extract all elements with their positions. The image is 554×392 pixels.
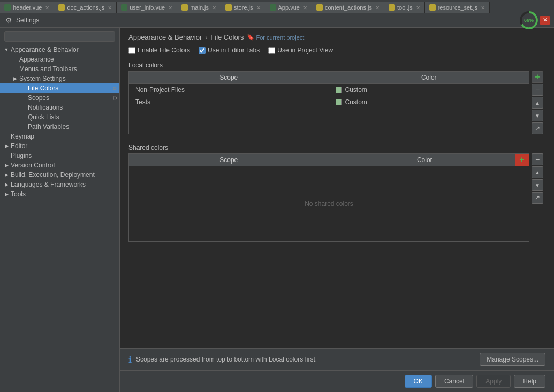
- scope-cell: Non-Project Files: [129, 84, 329, 96]
- sidebar-item-languages[interactable]: ▶ Languages & Frameworks: [0, 180, 119, 189]
- manage-scopes-button[interactable]: Manage Scopes...: [480, 353, 545, 366]
- sidebar-item-path-variables[interactable]: Path Variables: [0, 122, 119, 132]
- use-in-project-view-input[interactable]: [268, 47, 275, 54]
- bottom-buttons: OK Cancel Apply Help: [120, 370, 554, 392]
- js-icon: [225, 4, 232, 11]
- tab-close[interactable]: ✕: [256, 5, 261, 11]
- content-area: Appearance & Behavior › File Colors 🔖 Fo…: [120, 28, 554, 392]
- tab-close[interactable]: ✕: [303, 5, 307, 11]
- tab-user-info[interactable]: user_info.vue ✕: [117, 2, 177, 13]
- table-row[interactable]: Non-Project Files Custom: [129, 84, 529, 96]
- table-row[interactable]: Tests Custom: [129, 96, 529, 108]
- expand-arrow: ▶: [2, 191, 11, 197]
- shared-colors-label: Shared colors: [120, 141, 554, 153]
- sidebar-item-menus-toolbars[interactable]: Menus and Toolbars: [0, 64, 119, 74]
- scroll-area: Appearance & Behavior › File Colors 🔖 Fo…: [120, 28, 554, 370]
- help-button[interactable]: Help: [514, 375, 545, 388]
- sidebar-item-tools[interactable]: ▶ Tools: [0, 189, 119, 199]
- sidebar-item-notifications[interactable]: Notifications: [0, 103, 119, 112]
- sidebar-item-plugins[interactable]: Plugins: [0, 151, 119, 160]
- sidebar-item-quick-lists[interactable]: Quick Lists: [0, 112, 119, 122]
- tab-store-js[interactable]: store.js ✕: [221, 2, 265, 13]
- sidebar-item-version-control[interactable]: ▶ Version Control: [0, 160, 119, 170]
- color-header: Color: [329, 154, 529, 166]
- local-share-button[interactable]: ↗: [532, 122, 543, 134]
- tab-main-js[interactable]: main.js ✕: [177, 2, 221, 13]
- use-in-editor-tabs-input[interactable]: [199, 47, 206, 54]
- tab-label: store.js: [234, 4, 253, 11]
- sidebar-item-file-colors[interactable]: File Colors ⚙: [0, 83, 119, 93]
- shared-share-button[interactable]: ↗: [532, 192, 543, 204]
- ok-button[interactable]: OK: [405, 375, 432, 388]
- tab-app-vue[interactable]: App.vue ✕: [265, 2, 312, 13]
- sidebar-item-system-settings[interactable]: ▶ System Settings: [0, 74, 119, 83]
- sidebar-item-appearance[interactable]: Appearance: [0, 55, 119, 64]
- collapse-arrow: ▼: [2, 47, 11, 52]
- expand-arrow: ▶: [11, 76, 19, 81]
- tab-close[interactable]: ✕: [168, 5, 172, 11]
- sidebar-item-scopes[interactable]: Scopes ⚙: [0, 93, 119, 103]
- empty-table-message: No shared colors: [129, 166, 529, 241]
- vue-icon: [4, 4, 11, 11]
- sidebar-item-label: Appearance: [19, 56, 119, 63]
- use-in-editor-tabs-label: Use in Editor Tabs: [208, 47, 260, 54]
- progress-indicator: 66%: [520, 11, 538, 29]
- local-add-button[interactable]: +: [532, 71, 543, 83]
- tab-close[interactable]: ✕: [416, 5, 420, 11]
- close-button[interactable]: ✕: [540, 16, 550, 25]
- tab-label: tool.js: [397, 4, 413, 11]
- project-badge-button[interactable]: 🔖 For current project: [247, 34, 304, 41]
- enable-file-colors-checkbox[interactable]: Enable File Colors: [128, 47, 190, 54]
- scope-header: Scope: [129, 154, 329, 166]
- use-in-project-view-checkbox[interactable]: Use in Project View: [268, 47, 333, 54]
- color-cell: Custom: [329, 84, 529, 96]
- bookmark-icon: 🔖: [247, 34, 254, 41]
- apply-button[interactable]: Apply: [476, 375, 511, 388]
- expand-arrow: ▶: [2, 163, 11, 168]
- sidebar-item-label: Build, Execution, Deployment: [11, 171, 119, 179]
- js-icon: [316, 4, 323, 11]
- enable-file-colors-input[interactable]: [128, 47, 135, 54]
- sidebar-item-build[interactable]: ▶ Build, Execution, Deployment: [0, 170, 119, 180]
- cancel-button[interactable]: Cancel: [435, 375, 473, 388]
- tab-close[interactable]: ✕: [45, 5, 49, 11]
- footer: ℹ Scopes are processed from top to botto…: [120, 348, 554, 370]
- tab-doc-actions[interactable]: doc_actions.js ✕: [54, 2, 117, 13]
- tab-close[interactable]: ✕: [375, 5, 380, 11]
- footer-message: Scopes are processed from top to bottom …: [136, 356, 475, 363]
- info-icon: ℹ: [128, 355, 132, 365]
- scope-cell: Tests: [129, 96, 329, 108]
- shared-remove-button[interactable]: −: [532, 153, 543, 165]
- breadcrumb-separator: ›: [205, 34, 207, 41]
- sidebar-item-appearance-behavior[interactable]: ▼ Appearance & Behavior: [0, 45, 119, 55]
- tab-tool-js[interactable]: tool.js ✕: [384, 2, 425, 13]
- window-title: Settings: [16, 17, 39, 24]
- breadcrumb-current: File Colors: [210, 33, 244, 41]
- shared-down-button[interactable]: ▼: [532, 179, 543, 191]
- sidebar-item-label: Editor: [11, 142, 119, 150]
- color-swatch: [336, 87, 342, 93]
- tab-close[interactable]: ✕: [212, 5, 216, 11]
- tab-close[interactable]: ✕: [481, 5, 485, 11]
- tab-content-actions[interactable]: content_actions.js ✕: [312, 2, 384, 13]
- search-input[interactable]: [4, 31, 115, 42]
- local-colors-label: Local colors: [120, 58, 554, 71]
- tab-close[interactable]: ✕: [108, 5, 112, 11]
- color-label: Custom: [345, 86, 367, 94]
- shared-up-button[interactable]: ▲: [532, 166, 543, 178]
- color-label: Custom: [345, 98, 367, 106]
- use-in-editor-tabs-checkbox[interactable]: Use in Editor Tabs: [199, 47, 260, 54]
- sidebar-item-editor[interactable]: ▶ Editor: [0, 141, 119, 151]
- enable-file-colors-label: Enable File Colors: [138, 47, 190, 54]
- sidebar-item-label: Plugins: [11, 152, 119, 159]
- tab-resource-set[interactable]: resource_set.js ✕: [425, 2, 490, 13]
- vue-icon: [121, 4, 127, 11]
- use-in-project-view-label: Use in Project View: [277, 47, 333, 54]
- shared-add-inline-button[interactable]: +: [515, 154, 529, 166]
- local-down-button[interactable]: ▼: [532, 110, 543, 121]
- shared-action-buttons: − ▲ ▼ ↗: [529, 153, 545, 242]
- local-remove-button[interactable]: −: [532, 84, 543, 96]
- local-up-button[interactable]: ▲: [532, 97, 543, 109]
- sidebar-item-keymap[interactable]: Keymap: [0, 132, 119, 141]
- tab-header-vue[interactable]: header.vue ✕: [0, 2, 54, 13]
